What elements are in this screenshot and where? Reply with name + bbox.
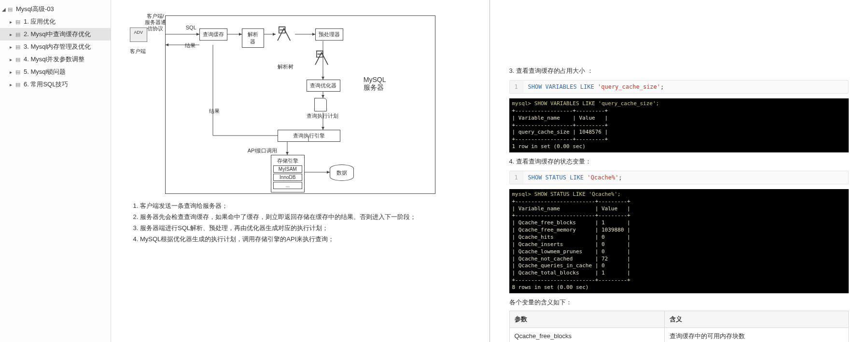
line-number: 1: [510, 171, 523, 184]
tree-item-2[interactable]: ▸ ▤ 2. Mysql中查询缓存优化: [0, 28, 111, 41]
th-param: 参数: [509, 311, 665, 328]
client-label: 客户端: [130, 48, 146, 55]
page-icon: ▤: [8, 6, 14, 13]
tree-item-label: 1. 应用优化: [24, 17, 56, 26]
caret-right-icon: ▸: [10, 57, 15, 62]
page-icon: ▤: [15, 19, 22, 25]
sql-label: SQL: [186, 25, 196, 30]
step-1: 客户端发送一条查询给服务器；: [140, 201, 470, 211]
code-block-4: 1 SHOW STATUS LIKE 'Qcache%';: [509, 171, 849, 184]
page-icon: ▤: [15, 44, 22, 50]
data-cylinder: 数据: [330, 164, 354, 181]
server-title: MySQL 服务器: [364, 76, 386, 92]
myisam-label: MyISAM: [273, 165, 302, 173]
code-text: SHOW STATUS LIKE 'Qcache%';: [523, 171, 627, 184]
svg-marker-20: [327, 171, 330, 174]
vars-intro: 各个变量的含义如下：: [509, 298, 849, 307]
process-steps: 客户端发送一条查询给服务器； 服务器先会检查查询缓存，如果命中了缓存，则立即返回…: [140, 201, 470, 245]
section-4-head: 4. 查看查询缓存的状态变量：: [509, 157, 849, 166]
tree-icon: ⊟╱╲: [278, 27, 290, 37]
th-meaning: 含义: [665, 311, 849, 328]
storage-box: 存储引擎 MyISAM InnoDB ...: [271, 155, 305, 192]
exec-plan-label: 查询执行计划: [307, 112, 338, 120]
caret-right-icon: ▸: [10, 19, 15, 25]
innodb-label: InnoDB: [273, 174, 302, 181]
section-3-head: 3. 查看查询缓存的占用大小 ：: [509, 67, 849, 75]
page-icon: ▤: [15, 56, 22, 63]
preproc-box: 预处理器: [315, 28, 343, 41]
code-text: SHOW VARIABLES LIKE 'query_cache_size';: [523, 81, 669, 93]
architecture-diagram: ADV 客户端 客户端/服务器通信协议 SQL 查询缓存 解析器 预处理器 ⊟╱…: [165, 15, 435, 194]
result-top-label: 结果: [185, 42, 196, 49]
page-left: ADV 客户端 客户端/服务器通信协议 SQL 查询缓存 解析器 预处理器 ⊟╱…: [111, 0, 490, 342]
parser-box: 解析器: [242, 28, 264, 48]
tree-item-6[interactable]: ▸ ▤ 6. 常用SQL技巧: [0, 78, 111, 91]
cache-box: 查询缓存: [199, 28, 227, 41]
step-2: 服务器先会检查查询缓存，如果命中了缓存，则立即返回存储在缓存中的结果。否则进入下…: [140, 212, 470, 222]
exec-engine-box: 查询执行引擎: [278, 130, 340, 142]
dots-label: ...: [273, 182, 302, 189]
line-number: 1: [510, 81, 523, 93]
tree-item-label: 3. Mysql内存管理及优化: [24, 42, 91, 51]
tree-item-4[interactable]: ▸ ▤ 4. Mysql并发参数调整: [0, 53, 111, 66]
table-row: Qcache_free_blocks 查询缓存中的可用内存块数: [509, 328, 849, 342]
caret-down-icon: ◢: [2, 7, 8, 12]
tree-root-label: Mysql高级-03: [16, 5, 54, 14]
page-icon: ▤: [15, 82, 22, 88]
outline-sidebar: ◢ ▤ Mysql高级-03 ▸ ▤ 1. 应用优化 ▸ ▤ 2. Mysql中…: [0, 0, 111, 342]
tree-item-3[interactable]: ▸ ▤ 3. Mysql内存管理及优化: [0, 41, 111, 53]
step-4: MySQL根据优化器生成的执行计划，调用存储引擎的API来执行查询；: [140, 234, 470, 245]
api-call-label: API接口调用: [248, 147, 278, 154]
svg-marker-5: [273, 33, 276, 36]
caret-right-icon: ▸: [10, 69, 15, 75]
page-right: 3. 查看查询缓存的占用大小 ： 1 SHOW VARIABLES LIKE '…: [490, 0, 868, 342]
result-mid-label: 结果: [209, 108, 220, 115]
caret-right-icon: ▸: [10, 44, 15, 50]
tree-root[interactable]: ◢ ▤ Mysql高级-03: [0, 3, 111, 15]
page-icon: ▤: [15, 69, 22, 75]
content-area: ADV 客户端 客户端/服务器通信协议 SQL 查询缓存 解析器 预处理器 ⊟╱…: [111, 0, 868, 342]
tree-item-label: 4. Mysql并发参数调整: [24, 55, 84, 64]
terminal-output-4: mysql> SHOW STATUS LIKE 'Qcache%'; +----…: [509, 189, 849, 293]
code-block-3: 1 SHOW VARIABLES LIKE 'query_cache_size'…: [509, 80, 849, 94]
parse-tree-label: 解析树: [278, 63, 294, 70]
step-3: 服务器端进行SQL解析、预处理，再由优化器生成对应的执行计划；: [140, 223, 470, 233]
tree-item-label: 6. 常用SQL技巧: [24, 80, 68, 89]
tree-icon: ⊟╱╲: [315, 52, 328, 61]
plan-doc-icon: [314, 98, 327, 111]
tree-item-label: 2. Mysql中查询缓存优化: [24, 30, 91, 39]
terminal-output-3: mysql> SHOW VARIABLES LIKE 'query_cache_…: [509, 98, 849, 152]
optimizer-box: 查询优化器: [307, 80, 340, 92]
caret-right-icon: ▸: [10, 82, 15, 87]
caret-right-icon: ▸: [10, 32, 15, 37]
tree-item-1[interactable]: ▸ ▤ 1. 应用优化: [0, 15, 111, 28]
tree-item-5[interactable]: ▸ ▤ 5. Mysql锁问题: [0, 66, 111, 78]
svg-marker-9: [166, 43, 168, 46]
protocol-label: 客户端/服务器通信协议: [144, 13, 167, 32]
tree-item-label: 5. Mysql锁问题: [24, 68, 66, 76]
variable-meaning-table: 参数 含义 Qcache_free_blocks 查询缓存中的可用内存块数 Qc…: [509, 311, 849, 342]
page-icon: ▤: [15, 31, 22, 38]
storage-title: 存储引擎: [273, 157, 302, 164]
